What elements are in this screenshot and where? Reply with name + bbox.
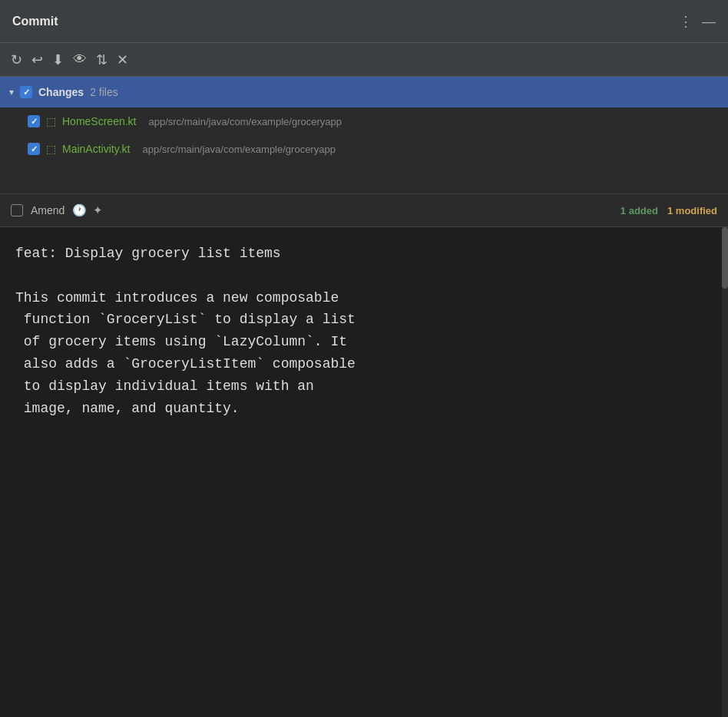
amend-row: Amend 🕐 ✦ 1 added 1 modified bbox=[0, 193, 728, 227]
scrollbar-thumb[interactable] bbox=[722, 227, 728, 289]
spacer bbox=[0, 163, 728, 193]
changes-header[interactable]: ▾ Changes 2 files bbox=[0, 77, 728, 107]
download-icon[interactable]: ⬇ bbox=[52, 51, 64, 68]
stat-modified: 1 modified bbox=[667, 205, 717, 216]
toolbar: ↻ ↩ ⬇ 👁 ⇅ ✕ bbox=[0, 43, 728, 77]
file-modified-icon: ⬚ bbox=[46, 115, 56, 127]
changes-count: 2 files bbox=[90, 86, 118, 98]
stat-added: 1 added bbox=[620, 205, 658, 216]
file-modified-icon-2: ⬚ bbox=[46, 143, 56, 155]
title-bar: Commit ⋮ — bbox=[0, 0, 728, 43]
more-icon[interactable]: ⋮ bbox=[679, 15, 693, 28]
minimize-icon[interactable]: — bbox=[702, 15, 716, 28]
amend-right: 1 added 1 modified bbox=[620, 205, 717, 216]
file-item-mainactivity[interactable]: ⬚ MainActivity.kt app/src/main/java/com/… bbox=[0, 135, 728, 163]
main-container: ▾ Changes 2 files ⬚ HomeScreen.kt app/sr… bbox=[0, 77, 728, 717]
amend-left: Amend 🕐 ✦ bbox=[11, 203, 103, 217]
file-checkbox-homescreen[interactable] bbox=[28, 115, 40, 127]
changes-checkbox[interactable] bbox=[20, 86, 32, 98]
refresh-icon[interactable]: ↻ bbox=[11, 51, 22, 68]
amend-checkbox[interactable] bbox=[11, 204, 23, 216]
file-name-mainactivity: MainActivity.kt bbox=[62, 143, 130, 155]
reorder-icon[interactable]: ⇅ bbox=[96, 51, 108, 68]
file-name-homescreen: HomeScreen.kt bbox=[62, 115, 136, 127]
file-item-homescreen[interactable]: ⬚ HomeScreen.kt app/src/main/java/com/ex… bbox=[0, 107, 728, 135]
history-icon[interactable]: 🕐 bbox=[72, 203, 87, 217]
commit-message-input[interactable]: feat: Display grocery list items This co… bbox=[0, 227, 728, 717]
amend-icons: 🕐 ✦ bbox=[72, 203, 103, 217]
title-bar-actions: ⋮ — bbox=[679, 15, 716, 28]
chevron-down-icon: ▾ bbox=[9, 87, 14, 97]
file-checkbox-mainactivity[interactable] bbox=[28, 143, 40, 155]
add-icon[interactable]: ✦ bbox=[93, 203, 103, 217]
file-path-homescreen: app/src/main/java/com/example/groceryapp bbox=[148, 116, 341, 127]
amend-label: Amend bbox=[31, 204, 65, 216]
undo-icon[interactable]: ↩ bbox=[31, 51, 43, 68]
window-title: Commit bbox=[12, 15, 58, 28]
changes-label: Changes bbox=[38, 86, 84, 98]
scrollbar[interactable] bbox=[722, 227, 728, 717]
file-path-mainactivity: app/src/main/java/com/example/groceryapp bbox=[142, 144, 335, 155]
commit-message-wrapper: feat: Display grocery list items This co… bbox=[0, 227, 728, 717]
eye-icon[interactable]: 👁 bbox=[73, 51, 87, 68]
close-icon[interactable]: ✕ bbox=[117, 51, 128, 68]
